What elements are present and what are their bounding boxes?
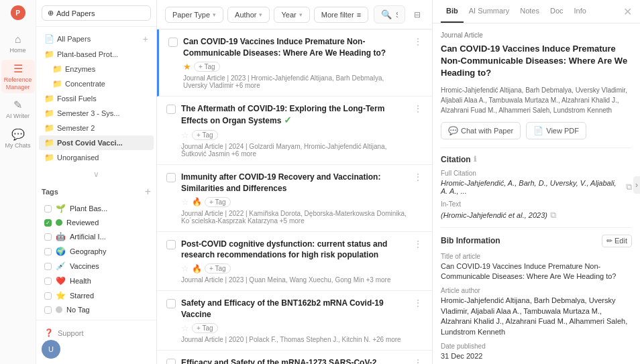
nav-item-ai_writer[interactable]: ✎AI Writer: [1, 96, 35, 123]
layout-icon-button[interactable]: ⊟: [411, 7, 424, 23]
paper-checkbox-paper-6[interactable]: [166, 359, 176, 364]
add-folder-button[interactable]: +: [143, 34, 148, 44]
right-panel-collapse-button[interactable]: ›: [633, 176, 640, 194]
date-published-value: 31 Dec 2022: [441, 351, 632, 361]
user-avatar[interactable]: U: [42, 340, 60, 359]
paper-more-button-paper-2[interactable]: ⋮: [413, 103, 423, 114]
add-tag-button-paper-4[interactable]: + Tag: [205, 263, 231, 274]
tag-checkbox-no-tag[interactable]: [44, 306, 52, 314]
star-icon[interactable]: ★: [183, 62, 191, 72]
sidebar-item-all-papers[interactable]: 📄All Papers+: [39, 31, 154, 47]
paper-item-paper-3[interactable]: Immunity after COVID-19 Recovery and Vac…: [157, 165, 432, 232]
tag-checkbox-reviewed[interactable]: ✓: [44, 219, 52, 227]
tag-item-artificial-i[interactable]: 🤖Artificial I...: [42, 230, 151, 243]
sidebar-folder-list: 📄All Papers+📁Plant-based Prot...📁Enzymes…: [36, 27, 156, 167]
paper-checkbox-paper-2[interactable]: [166, 105, 176, 114]
right-tab-notes[interactable]: Notes: [515, 0, 545, 23]
flame-icon[interactable]: 🔥: [192, 197, 202, 206]
tag-checkbox-artificial-i[interactable]: [44, 233, 52, 241]
copy-full-citation-button[interactable]: ⧉: [626, 182, 632, 192]
chevron-icon: ▾: [259, 11, 262, 18]
tag-checkbox-geography[interactable]: [44, 248, 52, 255]
add-tag-button-paper-2[interactable]: + Tag: [192, 130, 218, 140]
filter-btn-more-filter[interactable]: More filter≡: [314, 7, 368, 23]
sidebar-item-concentrate[interactable]: 📁Concentrate: [39, 76, 154, 91]
search-input[interactable]: [396, 11, 398, 19]
paper-item-paper-1[interactable]: Can COVID-19 Vaccines Induce Premature N…: [157, 29, 432, 97]
search-box[interactable]: 🔍: [374, 5, 405, 23]
add-tag-button-paper-5[interactable]: + Tag: [192, 323, 218, 333]
star-icon-empty[interactable]: ☆: [181, 130, 189, 140]
paper-meta-paper-2: Journal Article | 2024 | Golzardi Maryam…: [181, 143, 408, 158]
filter-label-paper-type: Paper Type: [172, 11, 210, 19]
tag-item-plant-bas[interactable]: 🌱Plant Bas...: [42, 202, 151, 215]
sidebar-item-enzymes[interactable]: 📁Enzymes: [39, 62, 154, 76]
tag-checkbox-plant-bas[interactable]: [44, 205, 52, 213]
tag-item-no-tag[interactable]: No Tag: [42, 304, 151, 316]
paper-item-paper-6[interactable]: Efficacy and Safety of the mRNA-1273 SAR…: [157, 351, 432, 364]
paper-title-paper-3: Immunity after COVID-19 Recovery and Vac…: [181, 172, 408, 194]
support-label: Support: [58, 329, 84, 337]
tag-item-health[interactable]: ❤️Health: [42, 274, 151, 288]
right-tab-doc[interactable]: Doc: [545, 0, 569, 23]
sidebar-item-unorganised[interactable]: 📁Unorganised: [39, 150, 154, 165]
nav-item-my_chats[interactable]: 💬My Chats: [1, 125, 35, 152]
chat-with-paper-button[interactable]: 💬 Chat with Paper: [441, 122, 521, 139]
tag-checkbox-health[interactable]: [44, 278, 52, 285]
paper-more-button-paper-3[interactable]: ⋮: [413, 172, 423, 182]
nav-item-reference[interactable]: ☰Reference Manager: [1, 60, 35, 94]
tag-item-starred[interactable]: ⭐Starred: [42, 289, 151, 302]
right-tab-info[interactable]: Info: [569, 0, 592, 23]
star-icon-empty[interactable]: ☆: [181, 323, 189, 333]
filter-btn-paper-type[interactable]: Paper Type▾: [165, 7, 223, 23]
paper-more-button-paper-6[interactable]: ⋮: [413, 357, 423, 364]
chevron-icon: ▾: [213, 11, 216, 18]
paper-item-paper-5[interactable]: Safety and Efficacy of the BNT162b2 mRNA…: [157, 291, 432, 351]
paper-checkbox-paper-3[interactable]: [166, 173, 176, 182]
nav-item-home[interactable]: ⌂Home: [1, 31, 35, 57]
filter-btn-year[interactable]: Year▾: [274, 7, 309, 23]
nav-label-my_chats: My Chats: [5, 142, 30, 149]
sidebar-item-plant-based[interactable]: 📁Plant-based Prot...: [39, 47, 154, 62]
sidebar-item-semester-2[interactable]: 📁Semester 2: [39, 121, 154, 135]
tag-checkbox-starred[interactable]: [44, 292, 52, 300]
filter-label-year: Year: [281, 11, 296, 19]
add-tag-button-paper-3[interactable]: + Tag: [205, 197, 231, 207]
support-item[interactable]: ❓ Support: [42, 326, 151, 340]
paper-item-paper-4[interactable]: Post-COVID cognitive dysfunction: curren…: [157, 232, 432, 292]
tag-checkbox-vaccines[interactable]: [44, 263, 52, 270]
paper-checkbox-paper-4[interactable]: [166, 240, 176, 249]
tag-item-vaccines[interactable]: 💉Vaccines: [42, 259, 151, 273]
edit-button[interactable]: ✏ Edit: [602, 235, 632, 247]
view-pdf-button[interactable]: 📄 View PDF: [526, 122, 586, 139]
paper-title-paper-5: Safety and Efficacy of the BNT162b2 mRNA…: [181, 298, 408, 320]
paper-more-button-paper-5[interactable]: ⋮: [413, 298, 423, 308]
sidebar-collapse-button[interactable]: ∨: [36, 167, 156, 182]
sidebar-item-post-covid[interactable]: 📁Post Covid Vacci...: [39, 135, 154, 150]
pdf-icon: 📄: [533, 126, 543, 135]
tag-item-geography[interactable]: 🌍Geography: [42, 245, 151, 258]
paper-more-button-paper-1[interactable]: ⋮: [413, 36, 423, 47]
paper-title-paper-6: Efficacy and Safety of the mRNA-1273 SAR…: [181, 357, 408, 364]
sidebar-item-semester-3[interactable]: 📁Semester 3 - Sys...: [39, 106, 154, 121]
flame-icon[interactable]: 🔥: [192, 264, 202, 274]
paper-checkbox-paper-1[interactable]: [168, 38, 178, 47]
tag-item-reviewed[interactable]: ✓Reviewed: [42, 217, 151, 229]
paper-more-button-paper-4[interactable]: ⋮: [413, 239, 423, 249]
paper-item-paper-2[interactable]: The Aftermath of COVID-19: Exploring the…: [157, 97, 432, 165]
tag-name-health: Health: [70, 277, 148, 285]
sidebar-item-fossil-fuels[interactable]: 📁Fossil Fuels: [39, 91, 154, 106]
add-tag-button[interactable]: +: [145, 186, 151, 198]
right-tab-bib[interactable]: Bib: [441, 0, 464, 23]
paper-checkbox-paper-5[interactable]: [166, 299, 176, 308]
star-icon-empty[interactable]: ☆: [181, 197, 189, 207]
add-papers-button[interactable]: ⊕ Add Papers: [42, 5, 151, 21]
papers-list: Can COVID-19 Vaccines Induce Premature N…: [157, 29, 432, 364]
copy-in-text-button[interactable]: ⧉: [550, 210, 556, 221]
star-icon-empty[interactable]: ☆: [181, 263, 189, 274]
right-panel-close-button[interactable]: ✕: [623, 5, 632, 18]
add-tag-button-paper-1[interactable]: + Tag: [194, 62, 220, 72]
right-tab-ai-summary[interactable]: AI Summary: [464, 0, 515, 23]
filter-btn-author[interactable]: Author▾: [227, 7, 270, 23]
tag-name-artificial-i: Artificial I...: [70, 233, 148, 241]
